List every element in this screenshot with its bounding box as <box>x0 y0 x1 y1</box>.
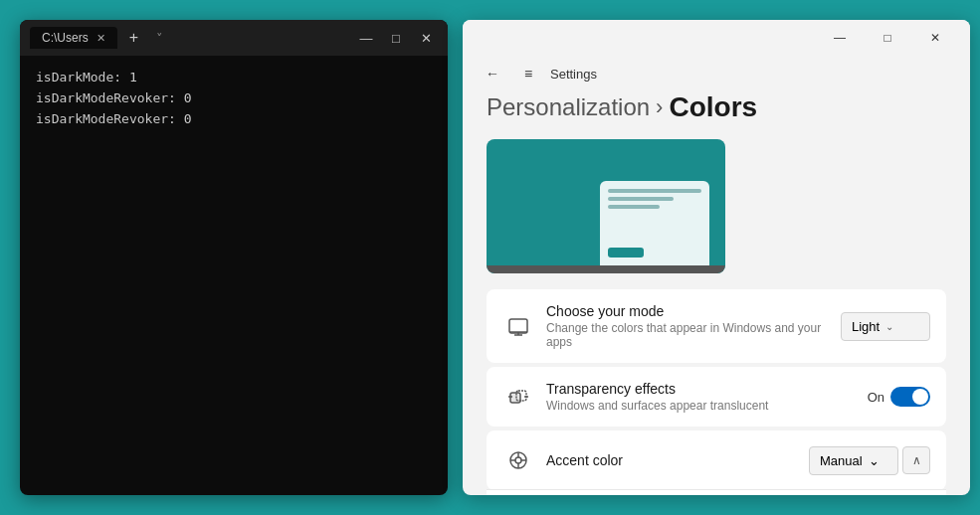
preview-image <box>487 139 725 273</box>
accent-expand-icon: ∧ <box>912 453 921 467</box>
preview-container <box>487 139 946 273</box>
choose-mode-row: Choose your mode Change the colors that … <box>487 289 946 363</box>
transparency-toggle-label: On <box>868 390 884 405</box>
settings-toolbar: ← ≡ Settings <box>463 56 970 91</box>
accent-color-dropdown[interactable]: Manual ⌄ <box>809 446 898 475</box>
svg-rect-4 <box>510 393 520 403</box>
choose-mode-text: Choose your mode Change the colors that … <box>546 303 841 349</box>
choose-mode-icon <box>502 310 534 342</box>
breadcrumb-separator: › <box>656 94 663 120</box>
terminal-maximize-btn[interactable]: □ <box>384 26 408 50</box>
accent-color-title: Accent color <box>546 452 809 468</box>
terminal-titlebar: C:\Users ✕ + ˅ — □ ✕ <box>20 20 448 56</box>
preview-line-1 <box>608 189 701 193</box>
transparency-icon <box>502 381 534 413</box>
breadcrumb: Personalization › Colors <box>487 91 946 123</box>
choose-mode-subtitle: Change the colors that appear in Windows… <box>546 321 841 349</box>
terminal-line-1: isDarkMode: 1 <box>36 68 432 88</box>
settings-app-title: Settings <box>550 67 597 82</box>
choose-mode-control[interactable]: Light ⌄ <box>841 312 930 341</box>
settings-back-btn[interactable]: ← <box>479 60 506 87</box>
settings-minimize-btn[interactable]: — <box>817 22 863 54</box>
settings-window: — □ ✕ ← ≡ Settings Personalization › Col… <box>463 20 970 495</box>
settings-maximize-btn[interactable]: □ <box>865 22 910 54</box>
accent-expand-btn[interactable]: ∧ <box>902 446 930 474</box>
accent-color-row: Accent color Manual ⌄ ∧ <box>487 430 946 490</box>
accent-color-icon <box>502 444 534 476</box>
svg-point-9 <box>515 457 521 463</box>
transparency-subtitle: Windows and surfaces appear translucent <box>546 399 868 413</box>
settings-titlebar: — □ ✕ <box>463 20 970 56</box>
terminal-minimize-btn[interactable]: — <box>354 26 378 50</box>
accent-color-text: Accent color <box>546 452 809 468</box>
terminal-content: isDarkMode: 1 isDarkModeRevoker: 0 isDar… <box>20 56 448 495</box>
accent-color-chevron-icon: ⌄ <box>869 453 880 468</box>
transparency-text: Transparency effects Windows and surface… <box>546 381 868 413</box>
breadcrumb-parent[interactable]: Personalization <box>487 93 650 121</box>
terminal-line-2: isDarkModeRevoker: 0 <box>36 88 432 109</box>
settings-close-btn[interactable]: ✕ <box>912 22 958 54</box>
transparency-row: Transparency effects Windows and surface… <box>487 367 946 427</box>
terminal-line-3: isDarkModeRevoker: 0 <box>36 109 432 130</box>
breadcrumb-current: Colors <box>669 91 757 123</box>
terminal-titlebar-actions: — □ ✕ <box>354 26 438 50</box>
preview-button-mock <box>608 248 644 258</box>
recent-colors-section: Recent colors <box>487 489 946 495</box>
settings-content: Personalization › Colors <box>463 91 970 495</box>
terminal-close-btn[interactable]: ✕ <box>414 26 438 50</box>
choose-mode-title: Choose your mode <box>546 303 841 319</box>
terminal-tab[interactable]: C:\Users ✕ <box>30 27 117 49</box>
choose-mode-chevron-icon: ⌄ <box>885 321 893 332</box>
choose-mode-dropdown[interactable]: Light ⌄ <box>841 312 930 341</box>
accent-color-value: Manual <box>820 453 863 468</box>
svg-rect-0 <box>509 319 527 333</box>
transparency-toggle-container: On <box>868 387 930 407</box>
choose-mode-value: Light <box>852 319 880 334</box>
preview-line-3 <box>608 205 660 209</box>
terminal-tab-label: C:\Users <box>42 31 89 45</box>
accent-color-control: Manual ⌄ ∧ <box>809 446 930 475</box>
preview-line-2 <box>608 197 674 201</box>
desktop: C:\Users ✕ + ˅ — □ ✕ isDarkMode: 1 isDar… <box>0 0 980 515</box>
terminal-new-tab-btn[interactable]: + <box>125 29 142 47</box>
settings-hamburger-btn[interactable]: ≡ <box>514 60 542 87</box>
transparency-toggle[interactable] <box>890 387 930 407</box>
settings-titlebar-actions: — □ ✕ <box>817 22 958 54</box>
terminal-window: C:\Users ✕ + ˅ — □ ✕ isDarkMode: 1 isDar… <box>20 20 448 495</box>
preview-window-mock <box>600 181 709 265</box>
transparency-title: Transparency effects <box>546 381 868 397</box>
terminal-tab-close-btn[interactable]: ✕ <box>97 32 105 45</box>
